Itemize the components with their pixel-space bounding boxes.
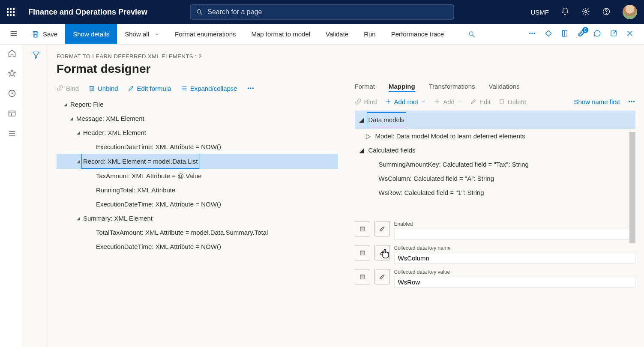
edit-keyname-button[interactable] (374, 245, 390, 260)
tree-row[interactable]: ◢ExecutionDateTime: XML Attribute = NOW(… (57, 140, 338, 154)
attach-icon[interactable]: 0 (577, 30, 585, 39)
more-tree-icon[interactable] (247, 84, 255, 92)
svg-point-41 (248, 88, 249, 89)
tab-transformations[interactable]: Transformations (429, 83, 475, 92)
tree-row[interactable]: WsRow: Calculated field = "1": String (355, 185, 636, 200)
tree-row-selected[interactable]: ◢Data models (355, 111, 636, 129)
tree-row[interactable]: WsColumn: Calculated field = "A": String (355, 171, 636, 185)
company-picker[interactable]: USMF (531, 9, 549, 16)
help-icon[interactable] (602, 7, 611, 17)
more-icon[interactable] (528, 30, 536, 39)
edit-enabled-button[interactable] (374, 221, 390, 236)
svg-point-10 (469, 32, 473, 36)
tree-row[interactable]: ◢TaxAmount: XML Attribute = @.Value (57, 169, 338, 183)
gear-icon[interactable] (581, 7, 590, 17)
delete-keyname-button[interactable] (355, 245, 370, 260)
show-name-first-button[interactable]: Show name first (574, 98, 620, 105)
tree-row[interactable]: ◢Calculated fields (355, 143, 636, 157)
bell-icon[interactable] (561, 7, 569, 17)
tree-row[interactable]: ◢Header: XML Element (57, 126, 338, 140)
svg-point-52 (633, 101, 634, 102)
tree-row[interactable]: ◢Message: XML Element (57, 111, 338, 126)
search-icon (196, 8, 203, 16)
save-label: Save (43, 30, 57, 38)
avatar[interactable] (623, 5, 637, 19)
popout-icon[interactable] (610, 30, 617, 39)
svg-point-2 (585, 10, 587, 12)
tree-row[interactable]: SummingAmountKey: Calculated field = "Ta… (355, 157, 636, 171)
add-button[interactable]: Add (434, 98, 462, 105)
enabled-input[interactable] (394, 228, 636, 240)
edit-keyvalue-button[interactable] (374, 269, 390, 284)
svg-marker-22 (8, 70, 15, 77)
workspace-icon[interactable] (8, 109, 16, 119)
tree-row-selected[interactable]: ◢Record: XML Element = model.Data.List (57, 154, 338, 169)
run-button[interactable]: Run (356, 24, 383, 44)
svg-point-50 (629, 101, 630, 102)
office-icon[interactable] (561, 30, 569, 39)
save-button[interactable]: Save (24, 24, 65, 44)
attach-count-badge: 0 (582, 27, 588, 33)
enabled-label: Enabled (394, 221, 636, 227)
tree-row[interactable]: ◢RunningTotal: XML Attribute (57, 183, 338, 197)
search-command-button[interactable] (460, 24, 483, 44)
performance-trace-button[interactable]: Performance trace (383, 24, 452, 44)
filter-icon[interactable] (32, 51, 40, 347)
add-root-button[interactable]: Add root (385, 98, 426, 105)
search-input[interactable] (207, 8, 448, 16)
unbind-button[interactable]: Unbind (88, 85, 118, 92)
validate-button[interactable]: Validate (318, 24, 356, 44)
svg-marker-15 (545, 30, 551, 36)
more-mapping-icon[interactable] (628, 98, 635, 105)
expand-collapse-button[interactable]: Expand/collapse (181, 85, 237, 92)
tree-row[interactable]: ◢TotalTaxAmount: XML Attribute = model.D… (57, 225, 338, 239)
delete-button[interactable]: Delete (498, 98, 526, 105)
bind-button[interactable]: Bind (57, 85, 79, 92)
svg-rect-16 (563, 30, 567, 36)
modules-icon[interactable] (8, 129, 16, 139)
format-enumerations-button[interactable]: Format enumerations (167, 24, 244, 44)
bind-mapping-button[interactable]: Bind (355, 98, 377, 105)
tab-mapping[interactable]: Mapping (389, 83, 415, 92)
tab-format[interactable]: Format (355, 83, 375, 92)
show-details-button[interactable]: Show details (65, 24, 117, 44)
chevron-down-icon (154, 32, 159, 37)
global-search[interactable] (190, 4, 454, 20)
diamond-icon[interactable] (545, 30, 552, 39)
svg-point-12 (530, 33, 530, 34)
recent-icon[interactable] (8, 89, 16, 99)
tab-validations[interactable]: Validations (488, 83, 519, 92)
breadcrumb: FORMAT TO LEARN DEFERRED XML ELEMENTS : … (57, 53, 635, 60)
scrollbar[interactable] (629, 132, 635, 243)
tree-row[interactable]: ◢ExecutionDateTime: XML Attribute = NOW(… (57, 197, 338, 211)
show-all-button[interactable]: Show all (117, 24, 167, 44)
star-icon[interactable] (8, 69, 16, 79)
refresh-icon[interactable] (593, 30, 601, 39)
svg-point-13 (532, 33, 533, 34)
format-tree: ◢Report: File ◢Message: XML Element ◢Hea… (57, 97, 338, 254)
map-format-button[interactable]: Map format to model (244, 24, 318, 44)
close-icon[interactable] (626, 30, 634, 39)
keyvalue-input[interactable] (394, 276, 636, 288)
delete-enabled-button[interactable] (355, 221, 370, 236)
home-icon[interactable] (8, 49, 16, 59)
right-tabs: Format Mapping Transformations Validatio… (355, 83, 636, 96)
edit-formula-button[interactable]: Edit formula (128, 85, 171, 92)
tree-row[interactable]: ◢ExecutionDateTime: XML Attribute = NOW(… (57, 239, 338, 254)
tree-row[interactable]: ▷Model: Data model Model to learn deferr… (355, 129, 636, 143)
tree-row[interactable]: ◢Report: File (57, 97, 338, 111)
keyname-input[interactable] (394, 252, 636, 264)
edit-button[interactable]: Edit (470, 98, 491, 105)
delete-keyvalue-button[interactable] (355, 269, 370, 284)
svg-line-1 (201, 13, 202, 15)
show-all-label: Show all (125, 30, 149, 38)
svg-point-51 (631, 101, 632, 102)
app-launcher-icon[interactable] (7, 8, 15, 16)
hamburger-icon[interactable] (9, 29, 18, 39)
svg-rect-61 (361, 275, 364, 279)
svg-line-19 (614, 31, 616, 33)
svg-point-14 (534, 33, 535, 34)
svg-rect-53 (361, 227, 364, 231)
tree-row[interactable]: ◢Summary: XML Element (57, 211, 338, 225)
show-details-label: Show details (73, 30, 109, 38)
